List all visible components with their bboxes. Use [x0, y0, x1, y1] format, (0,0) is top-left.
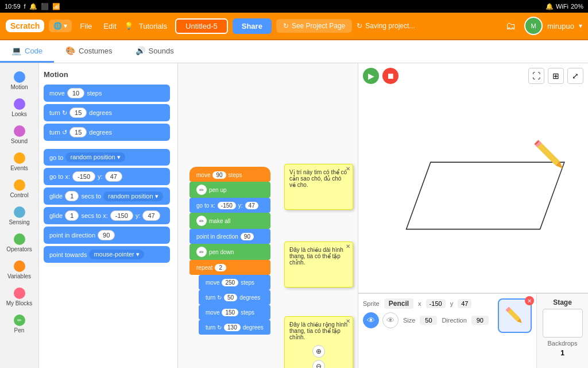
code-icon: 💻 [11, 46, 21, 55]
variables-dot [14, 260, 25, 272]
block-move[interactable]: move 10 steps [44, 85, 170, 102]
fb-icon: f [24, 3, 26, 10]
sprite-icons: 👁 👁 [363, 312, 399, 328]
battery: 20% [571, 3, 583, 10]
time: 10:59 [5, 3, 21, 10]
sprite-name-row: Sprite Pencil x -150 y 47 [363, 298, 489, 309]
category-motion[interactable]: Motion [2, 68, 37, 94]
tab-sounds[interactable]: 🔊 Sounds [124, 40, 185, 63]
top-nav: Scratch 🌐 ▾ File Edit 💡 Tutorials Untitl… [0, 13, 588, 40]
makeall-edit[interactable]: ✏ [196, 216, 207, 226]
see-project-button[interactable]: ↻ See Project Page [276, 19, 352, 33]
user-chevron[interactable]: ▾ [579, 22, 582, 30]
block-point-direction[interactable]: point in direction 90 [44, 227, 170, 244]
blocks-panel: Motion Looks Sound Events Control Sensin… [0, 63, 178, 368]
stage-controls: ▶ ⏹ [363, 68, 399, 84]
script-block-direction[interactable]: point in direction 90 [189, 229, 270, 244]
stage-expand-btn[interactable]: ⤢ [567, 68, 583, 84]
category-pen[interactable]: ✏ Pen [2, 311, 37, 337]
block-glide-random[interactable]: glide 1 secs to random position ▾ [44, 187, 170, 205]
penup-edit[interactable]: ✏ [196, 185, 207, 195]
block-point-towards[interactable]: point towards mouse-pointer ▾ [44, 246, 170, 263]
script-canvas: move 90 steps ✏ pen up go to x: -150 y: … [178, 63, 358, 368]
main-layout: Motion Looks Sound Events Control Sensin… [0, 63, 588, 368]
stage-layout-btn[interactable]: ⊞ [548, 68, 564, 84]
category-sensing[interactable]: Sensing [2, 203, 37, 229]
script-block-penup[interactable]: ✏ pen up [189, 182, 270, 198]
status-right: 🔔 WiFi 20% [546, 3, 583, 10]
sprite-pencil-icon [503, 304, 526, 327]
category-operators[interactable]: Operators [2, 230, 37, 256]
file-menu[interactable]: File [76, 20, 95, 33]
zoom-in-btn[interactable]: ⊕ [312, 345, 325, 358]
script-block-turn50[interactable]: turn ↻ 50 degrees [199, 290, 270, 305]
sprite-visible-btn[interactable]: 👁 [363, 312, 379, 328]
green-flag-button[interactable]: ▶ [363, 68, 379, 84]
category-events[interactable]: Events [2, 149, 37, 175]
refresh-icon: ↻ [283, 22, 289, 30]
wifi-icon: WiFi [556, 3, 568, 10]
zoom-controls: ⊕ ⊖ [289, 345, 348, 368]
share-button[interactable]: Share [233, 18, 272, 34]
control-dot [14, 179, 25, 191]
block-glide-xy[interactable]: glide 1 secs to x: -150 y: 47 [44, 207, 170, 224]
sub-nav: 💻 Code 🎨 Costumes 🔊 Sounds [0, 40, 588, 63]
sticky-note-1: ✕ Vị trí này tim có thể có cản sao chó, … [284, 164, 353, 210]
block-goto-random[interactable]: go to random position ▾ [44, 149, 170, 166]
script-block-move150[interactable]: move 150 steps [199, 305, 270, 320]
tutorials-btn[interactable]: Tutorials [136, 20, 171, 33]
fullscreen-button[interactable]: ⛶ [528, 68, 544, 84]
events-dot [14, 152, 25, 164]
tab-costumes[interactable]: 🎨 Costumes [54, 40, 124, 63]
sprite-thumbnails: ✕ [493, 294, 536, 368]
stage-toolbar: ⛶ ⊞ ⤢ [528, 68, 583, 84]
script-block-hat[interactable]: move 90 steps [189, 167, 270, 182]
operators-dot [14, 233, 25, 245]
volume-icon: 🔔 [546, 3, 554, 10]
category-myblocks[interactable]: My Blocks [2, 284, 37, 310]
script-block-move250[interactable]: move 250 steps [199, 275, 270, 290]
script-area[interactable]: move 90 steps ✏ pen up go to x: -150 y: … [178, 63, 358, 368]
username[interactable]: mirupuo [547, 22, 574, 30]
motion-section-title: Motion [44, 70, 173, 79]
stage-thumbnail[interactable] [543, 309, 583, 338]
sprite-delete-btn[interactable]: ✕ [525, 296, 534, 305]
script-block-pendown[interactable]: ✏ pen down [189, 244, 270, 260]
sticky-close-2[interactable]: ✕ [346, 243, 350, 250]
sprite-panel: Sprite Pencil x -150 y 47 👁 👁 Size 50 Di… [358, 293, 588, 368]
category-variables[interactable]: Variables [2, 257, 37, 283]
scratch-logo[interactable]: Scratch [6, 20, 44, 32]
sticky-close-1[interactable]: ✕ [346, 166, 350, 172]
pendown-edit[interactable]: ✏ [196, 247, 207, 257]
sprite-hidden-btn[interactable]: 👁 [382, 312, 399, 328]
category-sound[interactable]: Sound [2, 122, 37, 148]
notification-icon: 🔔 [29, 3, 37, 10]
wifi-status: 📶 [52, 3, 60, 10]
avatar[interactable]: M [524, 17, 543, 35]
category-looks[interactable]: Looks [2, 95, 37, 121]
sprite-thumb-pencil[interactable]: ✕ [498, 298, 532, 333]
block-turn-cw[interactable]: turn ↻ 15 degrees [44, 104, 170, 121]
block-goto-xy[interactable]: go to x: -150 y: 47 [44, 168, 170, 185]
tab-code[interactable]: 💻 Code [0, 40, 54, 63]
saving-indicator: ↻ Saving project... [357, 22, 415, 30]
globe-button[interactable]: 🌐 ▾ [49, 20, 72, 32]
zoom-out-btn[interactable]: ⊖ [312, 360, 325, 368]
edit-menu[interactable]: Edit [100, 20, 119, 33]
category-control[interactable]: Control [2, 176, 37, 202]
script-block-goto[interactable]: go to x: -150 y: 47 [189, 198, 270, 213]
block-turn-ccw[interactable]: turn ↺ 15 degrees [44, 124, 170, 141]
project-title[interactable]: Untitled-5 [175, 18, 228, 34]
blocks-list: Motion move 10 steps turn ↻ 15 degrees t… [39, 63, 177, 368]
folder-icon[interactable]: 🗂 [502, 20, 520, 32]
script-block-makeall[interactable]: ✏ make all [189, 213, 270, 229]
script-block-repeat[interactable]: repeat 2 [189, 260, 270, 275]
sticky-close-3[interactable]: ✕ [346, 318, 350, 324]
pen-dot: ✏ [14, 315, 25, 326]
sound-icon: 🔊 [136, 46, 145, 55]
script-block-turn130[interactable]: turn ↻ 130 degrees [199, 320, 270, 335]
stop-button[interactable]: ⏹ [382, 68, 399, 84]
sticky-note-2: ✕ Đây là chiều dài hình thang, tia có th… [284, 241, 353, 288]
stage-svg [370, 86, 577, 287]
looks-dot [14, 98, 25, 110]
